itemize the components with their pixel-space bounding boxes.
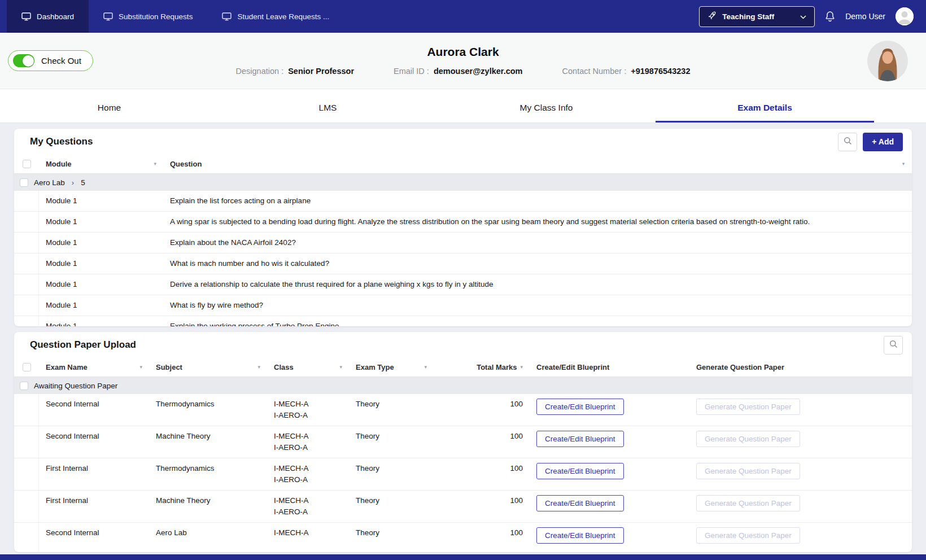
email-label: Email ID :	[394, 67, 429, 76]
module-cell: Module 1	[39, 233, 163, 253]
group-checkbox[interactable]	[20, 178, 28, 187]
role-selector-value: Teaching Staff	[722, 12, 774, 21]
column-menu-caret-icon[interactable]: ▾	[902, 161, 905, 167]
create-edit-blueprint-button[interactable]: Create/Edit Blueprint	[536, 399, 624, 415]
sort-caret-icon[interactable]: ▾	[139, 365, 142, 370]
monitor-icon	[21, 12, 31, 21]
sort-caret-icon[interactable]: ▾	[520, 365, 523, 370]
module-cell: Module 1	[39, 191, 163, 211]
question-cell: What is fly by wire method?	[163, 295, 912, 316]
column-class[interactable]: Class	[274, 363, 294, 371]
module-cell: Module 1	[39, 295, 163, 316]
designation-value: Senior Professor	[288, 67, 354, 76]
question-row[interactable]: Module 1 What is mach number and ho wis …	[14, 253, 912, 274]
exam-row[interactable]: Second Internal Machine Theory I-MECH-A …	[14, 426, 912, 458]
subject-cell: Thermodynamics	[149, 458, 267, 479]
select-all-checkbox[interactable]	[23, 363, 31, 371]
nav-item-label: Dashboard	[37, 12, 74, 21]
subject-cell: Aero Lab	[149, 523, 267, 543]
tab-lms[interactable]: LMS	[219, 96, 437, 123]
group-checkbox[interactable]	[20, 382, 28, 390]
subject-cell: Machine Theory	[149, 491, 267, 511]
generate-question-paper-button-disabled: Generate Question Paper	[696, 399, 800, 415]
select-all-checkbox[interactable]	[23, 160, 31, 168]
subject-cell: Machine Theory	[149, 426, 267, 447]
exam-type-cell: Theory	[349, 491, 434, 511]
search-icon	[889, 340, 898, 351]
tab-exam-details[interactable]: Exam Details	[656, 96, 874, 123]
class-cell: I-MECH-A I-AERO-A	[267, 458, 349, 490]
class-cell: I-MECH-A I-AERO-A	[267, 426, 349, 458]
question-row[interactable]: Module 1 Explain the working process of …	[14, 316, 912, 326]
sort-caret-icon[interactable]: ▾	[424, 365, 427, 370]
exam-row[interactable]: Second Internal Thermodynamics I-MECH-A …	[14, 394, 912, 426]
create-edit-blueprint-button[interactable]: Create/Edit Blueprint	[536, 527, 624, 544]
exam-type-cell: Theory	[349, 523, 434, 543]
column-question[interactable]: Question	[170, 160, 202, 168]
user-name: Demo User	[845, 12, 885, 21]
sort-caret-icon[interactable]: ▾	[339, 365, 342, 370]
exam-row[interactable]: First Internal Thermodynamics I-MECH-A I…	[14, 458, 912, 491]
question-row[interactable]: Module 1 Explain the list forces acting …	[14, 191, 912, 212]
notification-bell-icon[interactable]	[825, 11, 835, 22]
nav-item-label: Substitution Requests	[119, 12, 193, 21]
question-cell: Explain the working process of Turbo Pro…	[163, 316, 912, 326]
monitor-icon	[222, 12, 231, 21]
question-cell: Explain the list forces acting on a airp…	[163, 191, 912, 211]
question-row[interactable]: Module 1 What is fly by wire method?	[14, 295, 912, 316]
question-row[interactable]: Module 1 Derive a relationship to calcul…	[14, 274, 912, 295]
group-label: Awaiting Question Paper	[34, 382, 117, 390]
section-tab-bar: Home LMS My Class Info Exam Details	[0, 89, 926, 123]
profile-header: Check Out Aurora Clark Designation : Sen…	[0, 33, 926, 89]
checkout-label: Check Out	[41, 56, 81, 65]
monitor-icon	[103, 12, 113, 21]
user-avatar[interactable]	[896, 7, 914, 25]
exam-type-cell: Theory	[349, 426, 434, 447]
total-marks-cell: 100	[434, 458, 530, 479]
column-module[interactable]: Module	[46, 160, 72, 168]
exam-row[interactable]: Second Internal Aero Lab I-MECH-A Theory…	[14, 523, 912, 552]
search-button[interactable]	[884, 336, 903, 355]
exam-row[interactable]: First Internal Machine Theory I-MECH-A I…	[14, 491, 912, 523]
toggle-switch-on[interactable]	[13, 54, 34, 67]
question-cell: Derive a relationship to calculate the t…	[163, 274, 912, 295]
column-subject[interactable]: Subject	[156, 363, 182, 371]
designation-field: Designation : Senior Professor	[236, 67, 355, 76]
tab-label: My Class Info	[520, 103, 573, 112]
module-cell: Module 1	[39, 274, 163, 295]
column-exam-type[interactable]: Exam Type	[356, 363, 394, 371]
question-cell: A wing spar is subjected to a bending lo…	[163, 212, 912, 232]
profile-summary: Aurora Clark Designation : Senior Profes…	[0, 33, 926, 89]
tab-home[interactable]: Home	[0, 96, 219, 123]
profile-photo	[867, 41, 908, 81]
total-marks-cell: 100	[434, 426, 530, 447]
awaiting-group-row[interactable]: Awaiting Question Paper	[14, 377, 912, 394]
question-group-row[interactable]: Aero Lab › 5	[14, 174, 912, 191]
sort-caret-icon[interactable]: ▾	[154, 161, 156, 167]
create-edit-blueprint-button[interactable]: Create/Edit Blueprint	[536, 463, 624, 479]
sort-caret-icon[interactable]: ▾	[257, 365, 260, 370]
create-edit-blueprint-button[interactable]: Create/Edit Blueprint	[536, 431, 624, 447]
search-button[interactable]	[838, 133, 857, 151]
top-navigation: Dashboard Substitution Requests Student …	[0, 0, 926, 33]
create-edit-blueprint-button[interactable]: Create/Edit Blueprint	[536, 495, 624, 511]
group-count: 5	[81, 178, 85, 187]
question-row[interactable]: Module 1 Explain about the NACA Airfoil …	[14, 233, 912, 253]
subject-cell: Thermodynamics	[149, 394, 267, 414]
group-separator-chevron-icon: ›	[71, 178, 75, 187]
nav-item-dashboard[interactable]: Dashboard	[7, 0, 89, 33]
checkout-toggle[interactable]: Check Out	[8, 50, 93, 71]
column-total-marks[interactable]: Total Marks	[477, 363, 517, 371]
search-icon	[844, 137, 852, 147]
tab-label: LMS	[319, 103, 337, 112]
question-row[interactable]: Module 1 A wing spar is subjected to a b…	[14, 212, 912, 233]
module-cell: Module 1	[39, 212, 163, 232]
tab-my-class-info[interactable]: My Class Info	[437, 96, 656, 123]
total-marks-cell: 100	[434, 523, 530, 543]
column-exam-name[interactable]: Exam Name	[46, 363, 88, 371]
nav-item-substitution-requests[interactable]: Substitution Requests	[89, 0, 207, 33]
add-question-button[interactable]: + Add	[863, 133, 903, 151]
nav-item-student-leave-requests[interactable]: Student Leave Requests ...	[207, 0, 344, 33]
role-selector-dropdown[interactable]: Teaching Staff	[699, 6, 815, 27]
question-paper-upload-title: Question Paper Upload	[30, 339, 136, 351]
